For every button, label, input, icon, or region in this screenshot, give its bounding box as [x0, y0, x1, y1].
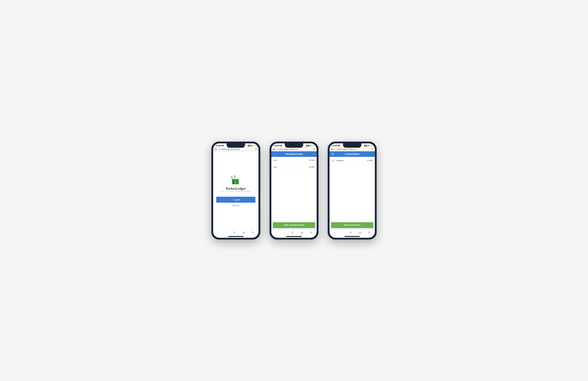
url-text-3: pocket-ledger.onrender.com — [337, 148, 356, 150]
categories-list: 🛒 Grocery $ 200 — [330, 157, 375, 221]
logo-area: $ $ PocketLedger — [220, 174, 251, 192]
url-box-3[interactable]: 🔒 pocket-ledger.onrender.com — [334, 148, 371, 151]
time-3: 12:48 PM — [332, 145, 340, 147]
main-scene: 12:48 PM ▐▐▐ 5G 🔋 AA 🔒 pocket-ledger.onr… — [202, 132, 386, 249]
svg-text:$: $ — [234, 175, 235, 179]
status-icons-3: ▐▐▐ 5G 🔋 — [364, 145, 372, 146]
browser-bar-2: AA 🔒 pocket-ledger.onrender.com ↻ — [271, 147, 317, 151]
transactions-list: rice $ 100 rice $ 100 — [271, 157, 317, 221]
bookmarks-btn-2[interactable]: 📖 — [300, 231, 303, 234]
svg-rect-3 — [232, 179, 235, 184]
status-bar-3: 12:48 PM ▐▐▐ 5G 🔋 — [330, 143, 375, 147]
svg-rect-4 — [235, 179, 238, 184]
transaction-item-2: rice $ 100 — [271, 164, 317, 170]
category-amount-1: $ 200 — [367, 159, 372, 162]
home-indicator-2 — [286, 236, 302, 237]
transactions-title: TRANSACTIONS — [276, 153, 312, 155]
time-2: 12:48 PM — [274, 145, 282, 147]
time-1: 12:48 PM — [216, 145, 224, 147]
lock-icon-2: 🔒 — [277, 148, 279, 150]
transaction-name-2: rice — [274, 166, 277, 168]
logout-icon-3[interactable]: → — [371, 153, 373, 155]
category-item-left-1: 🛒 Grocery — [332, 159, 343, 162]
url-text-1: pocket-ledger.onrender.com — [221, 148, 240, 150]
login-button[interactable]: → Log In — [216, 197, 255, 203]
svg-point-8 — [235, 183, 235, 183]
browser-aa-2[interactable]: AA — [273, 148, 275, 150]
transaction-name-1: rice — [274, 159, 277, 161]
category-name-1: Grocery — [336, 159, 343, 162]
svg-point-5 — [235, 179, 235, 180]
back-btn-3[interactable]: ‹ — [335, 231, 335, 234]
refresh-btn-3[interactable]: ↻ — [372, 148, 373, 150]
url-box-1[interactable]: 🔒 pocket-ledger.onrender.com — [218, 148, 254, 151]
status-bar-2: 12:48 PM ▐▐▐ 5G 🔋 — [271, 143, 317, 147]
login-screen: $ $ PocketLedger — [213, 151, 258, 230]
battery-icon-3: 🔋 — [370, 145, 372, 146]
svg-point-6 — [235, 181, 235, 181]
back-icon[interactable]: ← — [273, 153, 276, 155]
transaction-amount-2: $ 100 — [309, 166, 314, 168]
home-indicator-3 — [345, 236, 360, 237]
lock-icon-1: 🔒 — [219, 148, 220, 150]
forward-btn-2[interactable]: › — [284, 231, 285, 234]
5g-badge-2: 5G — [310, 145, 312, 146]
browser-bar-1: AA 🔒 pocket-ledger.onrender.com ↻ — [213, 147, 258, 151]
new-transaction-button[interactable]: NEW TRANSACTION — [273, 222, 315, 228]
url-box-2[interactable]: 🔒 pocket-ledger.onrender.com — [276, 148, 313, 151]
bookmarks-btn-3[interactable]: 📖 — [358, 231, 361, 234]
phone-login: 12:48 PM ▐▐▐ 5G 🔋 AA 🔒 pocket-ledger.onr… — [211, 142, 260, 240]
svg-point-7 — [235, 182, 235, 182]
browser-aa-3[interactable]: AA — [331, 148, 333, 150]
transaction-amount-1: $ 100 — [309, 159, 314, 161]
phone-categories: 12:48 PM ▐▐▐ 5G 🔋 AA 🔒 pocket-ledger.onr… — [328, 142, 377, 240]
transactions-header: ← TRANSACTIONS → — [271, 151, 317, 157]
new-category-button[interactable]: NEW CATEGORY — [331, 222, 373, 228]
refresh-btn-1[interactable]: ↻ — [255, 148, 257, 150]
categories-header: ☰ CATEGORIES → — [330, 151, 375, 157]
phone-transactions: 12:48 PM ▐▐▐ 5G 🔋 AA 🔒 pocket-ledger.onr… — [270, 142, 318, 240]
bookmarks-btn-1[interactable]: 📖 — [242, 231, 245, 234]
back-btn-1[interactable]: ‹ — [218, 231, 219, 234]
back-btn-2[interactable]: ‹ — [276, 231, 277, 234]
bottom-nav-3: ‹ › ⬆ 📖 ⧉ — [330, 230, 375, 236]
app-name: PocketLedger — [226, 187, 246, 191]
share-btn-3[interactable]: ⬆ — [350, 231, 352, 234]
forward-btn-3[interactable]: › — [342, 231, 343, 234]
bottom-nav-1: ‹ › ⬆ 📖 ⧉ — [213, 230, 258, 236]
share-btn-2[interactable]: ⬆ — [291, 231, 294, 234]
transactions-screen: ← TRANSACTIONS → rice $ 100 rice $ 100 N… — [271, 151, 317, 230]
bottom-nav-2: ‹ › ⬆ 📖 ⧉ — [271, 230, 317, 236]
app-tagline: Your personal expense manager — [220, 191, 251, 192]
share-btn-1[interactable]: ⬆ — [233, 231, 235, 234]
tabs-btn-1[interactable]: ⧉ — [252, 231, 253, 234]
svg-text:$: $ — [231, 176, 233, 179]
grocery-icon: 🛒 — [332, 159, 335, 162]
tabs-btn-3[interactable]: ⧉ — [368, 231, 370, 234]
logo-graphic: $ $ — [230, 174, 242, 185]
categories-screen: ☰ CATEGORIES → 🛒 Grocery $ 200 NEW CATEG… — [330, 151, 375, 230]
status-icons-1: ▐▐▐ 5G 🔋 — [247, 145, 256, 146]
status-bar-1: 12:48 PM ▐▐▐ 5G 🔋 — [213, 143, 258, 147]
logout-icon-2[interactable]: → — [312, 153, 315, 155]
transaction-item-1: rice $ 100 — [271, 157, 317, 164]
status-icons-2: ▐▐▐ 5G 🔋 — [305, 145, 314, 146]
tabs-btn-2[interactable]: ⧉ — [310, 231, 312, 234]
forward-btn-1[interactable]: › — [226, 231, 227, 234]
signal-icon-2: ▐▐▐ — [305, 145, 309, 146]
5g-badge-1: 5G — [251, 145, 253, 146]
category-item-1: 🛒 Grocery $ 200 — [330, 157, 375, 164]
signal-icon-1: ▐▐▐ — [247, 145, 251, 146]
url-text-2: pocket-ledger.onrender.com — [279, 148, 298, 150]
signup-link[interactable]: Sign Up — [232, 204, 239, 206]
battery-icon-1: 🔋 — [254, 145, 256, 146]
browser-aa-1[interactable]: AA — [215, 148, 217, 150]
battery-icon-2: 🔋 — [312, 145, 314, 146]
refresh-btn-2[interactable]: ↻ — [314, 148, 315, 150]
lock-icon-3: 🔒 — [335, 148, 337, 150]
menu-icon[interactable]: ☰ — [332, 153, 334, 155]
browser-bar-3: AA 🔒 pocket-ledger.onrender.com ↻ — [330, 147, 375, 151]
signal-icon-3: ▐▐▐ — [364, 145, 367, 146]
categories-title: CATEGORIES — [334, 153, 371, 155]
5g-badge-3: 5G — [368, 145, 370, 146]
